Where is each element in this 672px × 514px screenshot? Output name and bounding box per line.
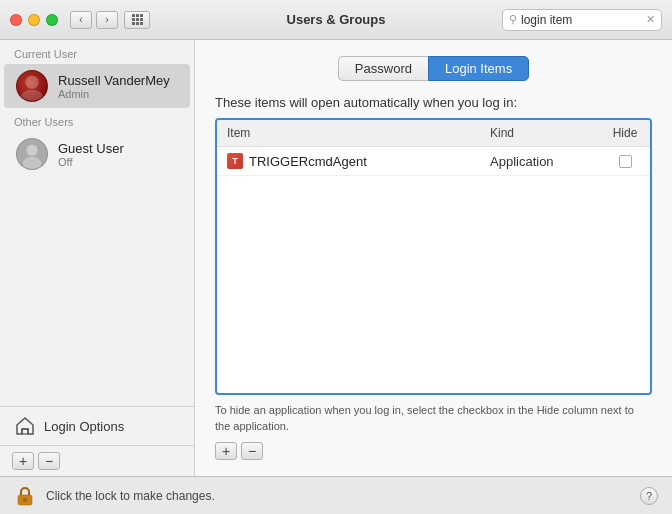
close-button[interactable] (10, 14, 22, 26)
description-text: These items will open automatically when… (215, 95, 652, 110)
guest-user-status: Off (58, 156, 124, 168)
avatar-russell (16, 70, 48, 102)
forward-button[interactable]: › (96, 11, 118, 29)
cell-item-hide[interactable] (600, 153, 650, 170)
current-user-label: Current User (0, 40, 194, 64)
main-layout: Current User Russell VanderMey Admin Oth… (0, 40, 672, 476)
remove-user-button[interactable]: − (38, 452, 60, 470)
guest-user-name: Guest User (58, 141, 124, 156)
table-header: Item Kind Hide (217, 120, 650, 147)
add-remove-bar: + − (215, 442, 652, 460)
search-icon: ⚲ (509, 13, 517, 26)
hint-text: To hide an application when you log in, … (215, 403, 652, 434)
svg-point-3 (23, 157, 42, 170)
search-input[interactable] (521, 13, 644, 27)
svg-point-2 (26, 145, 37, 156)
svg-point-1 (21, 90, 44, 102)
cell-item-name: T TRIGGERcmdAgent (217, 151, 480, 171)
title-bar: ‹ › Users & Groups ⚲ ✕ (0, 0, 672, 40)
app-name: TRIGGERcmdAgent (249, 154, 367, 169)
svg-point-0 (25, 76, 38, 89)
col-header-hide: Hide (600, 124, 650, 142)
add-login-item-button[interactable]: + (215, 442, 237, 460)
items-table-container: Item Kind Hide T TRIGGERcmdAgent Applica… (215, 118, 652, 395)
minimize-button[interactable] (28, 14, 40, 26)
table-row[interactable]: T TRIGGERcmdAgent Application (217, 147, 650, 176)
lock-svg (15, 485, 35, 507)
guest-user-info: Guest User Off (58, 141, 124, 168)
col-header-kind: Kind (480, 124, 600, 142)
tab-bar: Password Login Items (215, 56, 652, 81)
window-title: Users & Groups (287, 12, 386, 27)
trigger-app-icon: T (227, 153, 243, 169)
login-options-label: Login Options (44, 419, 124, 434)
house-icon (14, 415, 36, 437)
tab-login-items[interactable]: Login Items (428, 56, 529, 81)
remove-login-item-button[interactable]: − (241, 442, 263, 460)
lock-icon[interactable] (14, 485, 36, 507)
hide-checkbox[interactable] (619, 155, 632, 168)
grid-view-button[interactable] (124, 11, 150, 29)
zoom-button[interactable] (46, 14, 58, 26)
sidebar: Current User Russell VanderMey Admin Oth… (0, 40, 195, 476)
svg-point-6 (23, 498, 27, 502)
bottom-bar: Click the lock to make changes. ? (0, 476, 672, 514)
current-user-item[interactable]: Russell VanderMey Admin (4, 64, 190, 108)
add-user-button[interactable]: + (12, 452, 34, 470)
avatar-guest (16, 138, 48, 170)
table-body: T TRIGGERcmdAgent Application (217, 147, 650, 393)
cell-item-kind: Application (480, 152, 600, 171)
search-clear-icon[interactable]: ✕ (646, 13, 655, 26)
bottom-bar-text: Click the lock to make changes. (46, 489, 630, 503)
guest-user-item[interactable]: Guest User Off (4, 132, 190, 176)
current-user-name: Russell VanderMey (58, 73, 170, 88)
content-area: Password Login Items These items will op… (195, 40, 672, 476)
current-user-role: Admin (58, 88, 170, 100)
other-users-label: Other Users (0, 108, 194, 132)
help-button[interactable]: ? (640, 487, 658, 505)
tab-password[interactable]: Password (338, 56, 428, 81)
nav-buttons: ‹ › (70, 11, 118, 29)
search-bar[interactable]: ⚲ ✕ (502, 9, 662, 31)
traffic-lights (10, 14, 58, 26)
current-user-info: Russell VanderMey Admin (58, 73, 170, 100)
col-header-item: Item (217, 124, 480, 142)
back-button[interactable]: ‹ (70, 11, 92, 29)
grid-icon (132, 14, 143, 25)
sidebar-controls: + − (0, 445, 194, 476)
login-options-button[interactable]: Login Options (0, 406, 194, 445)
